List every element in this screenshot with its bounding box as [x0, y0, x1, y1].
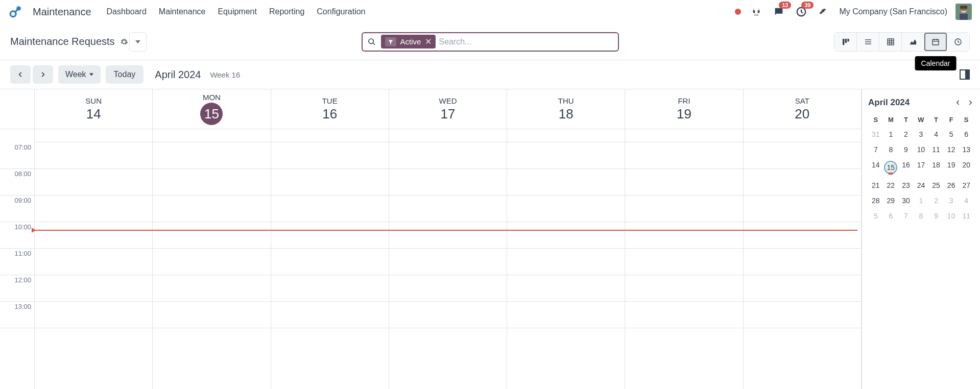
filter-icon [385, 37, 396, 46]
scale-selector[interactable]: Week [58, 65, 101, 84]
day-header[interactable]: THU18 [507, 89, 625, 129]
view-kanban-button[interactable] [834, 33, 857, 51]
day-header[interactable]: FRI19 [625, 89, 743, 129]
week-number: Week 16 [210, 70, 240, 79]
mini-day[interactable]: 27 [959, 179, 974, 192]
mini-day[interactable]: 9 [898, 143, 914, 156]
mini-day[interactable]: 6 [959, 128, 974, 141]
mini-day[interactable]: 3 [944, 194, 959, 207]
mini-next-button[interactable] [967, 99, 974, 106]
day-header[interactable]: WED17 [389, 89, 507, 129]
day-column[interactable] [744, 129, 862, 389]
voip-icon[interactable] [749, 5, 763, 19]
mini-day[interactable]: 9 [928, 209, 944, 223]
svg-line-31 [958, 42, 960, 42]
mini-day[interactable]: 20 [959, 158, 974, 177]
mini-day[interactable]: 7 [898, 209, 914, 223]
messaging-icon[interactable]: 13 [772, 5, 786, 19]
day-columns[interactable] [35, 129, 862, 389]
day-column[interactable] [35, 129, 153, 389]
activity-icon[interactable]: 39 [794, 5, 808, 19]
mini-day[interactable]: 13 [959, 143, 974, 156]
mini-day[interactable]: 4 [928, 128, 944, 141]
day-header[interactable]: TUE16 [271, 89, 389, 129]
day-name: MON [203, 93, 221, 102]
search-icon[interactable] [363, 38, 381, 46]
view-list-button[interactable] [857, 33, 879, 51]
mini-day[interactable]: 19 [944, 158, 959, 177]
navbar-right: 13 39 My Company (San Francisco) [735, 4, 972, 20]
day-column[interactable] [507, 129, 625, 389]
filter-chip-remove[interactable]: ✕ [425, 37, 432, 46]
mini-day[interactable]: 2 [928, 194, 944, 207]
gear-icon[interactable] [120, 38, 128, 46]
day-name: TUE [322, 96, 338, 105]
mini-day[interactable]: 21 [868, 179, 883, 192]
user-avatar[interactable] [955, 4, 972, 20]
mini-day[interactable]: 28 [868, 194, 883, 207]
mini-day[interactable]: 5 [868, 209, 883, 223]
status-dot-icon[interactable] [735, 9, 741, 15]
view-graph-button[interactable] [902, 33, 924, 51]
nav-equipment[interactable]: Equipment [218, 7, 257, 16]
mini-day[interactable]: 2 [898, 128, 914, 141]
mini-day[interactable]: 8 [914, 209, 929, 223]
today-button[interactable]: Today [106, 65, 144, 84]
mini-day[interactable]: 15 [883, 158, 899, 177]
day-column[interactable] [153, 129, 271, 389]
mini-day[interactable]: 6 [883, 209, 899, 223]
mini-day[interactable]: 31 [868, 128, 883, 141]
next-week-button[interactable] [33, 65, 53, 84]
mini-day[interactable]: 11 [959, 209, 974, 223]
mini-day[interactable]: 25 [928, 179, 944, 192]
mini-day[interactable]: 23 [898, 179, 914, 192]
mini-day[interactable]: 3 [914, 128, 929, 141]
mini-day[interactable]: 11 [928, 143, 944, 156]
mini-day[interactable]: 8 [883, 143, 899, 156]
mini-cal-grid: SMTWTFS311234567891011121314151617181920… [868, 114, 974, 223]
mini-day[interactable]: 12 [944, 143, 959, 156]
prev-week-button[interactable] [10, 65, 31, 84]
app-name[interactable]: Maintenance [33, 6, 91, 18]
day-header[interactable]: SUN14 [35, 89, 153, 129]
mini-day[interactable]: 10 [944, 209, 959, 223]
mini-day[interactable]: 1 [883, 128, 899, 141]
mini-day[interactable]: 1 [914, 194, 929, 207]
svg-rect-5 [757, 15, 758, 16]
mini-day[interactable]: 22 [883, 179, 899, 192]
mini-day[interactable]: 4 [959, 194, 974, 207]
mini-day[interactable]: 18 [928, 158, 944, 177]
mini-day[interactable]: 30 [898, 194, 914, 207]
app-logo-icon[interactable] [8, 5, 22, 19]
mini-day[interactable]: 10 [914, 143, 929, 156]
mini-prev-button[interactable] [954, 99, 962, 106]
day-column[interactable] [271, 129, 389, 389]
day-header[interactable]: SAT20 [744, 89, 862, 129]
mini-dow: S [868, 114, 883, 126]
tools-icon[interactable] [817, 5, 831, 19]
search-input[interactable] [439, 37, 617, 46]
day-header[interactable]: MON15 [153, 89, 271, 129]
time-grid[interactable]: 07:0008:0009:0010:0011:0012:0013:00 [0, 129, 862, 389]
nav-reporting[interactable]: Reporting [269, 7, 304, 16]
mini-day[interactable]: 24 [914, 179, 929, 192]
nav-maintenance[interactable]: Maintenance [159, 7, 206, 16]
mini-day[interactable]: 17 [914, 158, 929, 177]
nav-dashboard[interactable]: Dashboard [107, 7, 147, 16]
mini-day[interactable]: 14 [868, 158, 883, 177]
company-selector[interactable]: My Company (San Francisco) [839, 7, 947, 16]
calendar-body: SUN14MON15TUE16WED17THU18FRI19SAT20 07:0… [0, 89, 980, 389]
day-column[interactable] [625, 129, 743, 389]
side-panel-toggle[interactable] [960, 69, 970, 80]
view-pivot-button[interactable] [879, 33, 902, 51]
search-options-toggle[interactable] [129, 32, 147, 52]
mini-day[interactable]: 29 [883, 194, 899, 207]
mini-day[interactable]: 16 [898, 158, 914, 177]
mini-day[interactable]: 5 [944, 128, 959, 141]
view-activity-button[interactable] [947, 33, 969, 51]
day-column[interactable] [389, 129, 507, 389]
view-calendar-button[interactable]: Calendar [924, 33, 947, 51]
mini-day[interactable]: 26 [944, 179, 959, 192]
mini-day[interactable]: 7 [868, 143, 883, 156]
nav-configuration[interactable]: Configuration [317, 7, 365, 16]
